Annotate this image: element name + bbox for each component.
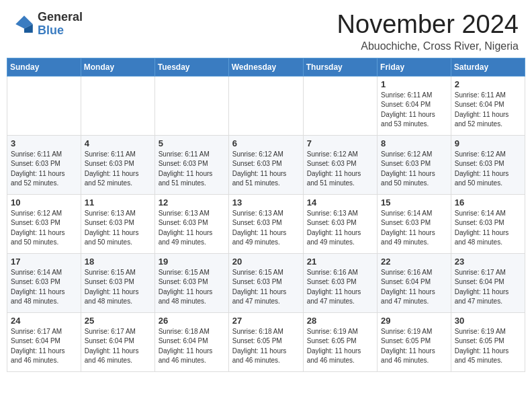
weekday-header: Wednesday <box>228 58 303 76</box>
day-number: 14 <box>307 197 373 208</box>
day-info: Sunrise: 6:13 AM Sunset: 6:03 PM Dayligh… <box>159 209 225 248</box>
weekday-header: Friday <box>378 58 451 76</box>
day-number: 18 <box>85 257 151 267</box>
calendar-cell: 20Sunrise: 6:15 AM Sunset: 6:03 PM Dayli… <box>228 253 303 312</box>
logo: General Blue <box>13 11 83 38</box>
day-info: Sunrise: 6:14 AM Sunset: 6:03 PM Dayligh… <box>11 268 77 307</box>
calendar-cell: 15Sunrise: 6:14 AM Sunset: 6:03 PM Dayli… <box>378 194 451 253</box>
calendar-cell: 18Sunrise: 6:15 AM Sunset: 6:03 PM Dayli… <box>81 253 154 312</box>
day-info: Sunrise: 6:15 AM Sunset: 6:03 PM Dayligh… <box>159 268 225 307</box>
calendar-cell: 8Sunrise: 6:12 AM Sunset: 6:03 PM Daylig… <box>378 135 451 194</box>
logo-icon <box>13 13 35 35</box>
calendar-cell: 3Sunrise: 6:11 AM Sunset: 6:03 PM Daylig… <box>7 135 81 194</box>
day-info: Sunrise: 6:12 AM Sunset: 6:03 PM Dayligh… <box>11 209 77 248</box>
calendar-cell: 11Sunrise: 6:13 AM Sunset: 6:03 PM Dayli… <box>81 194 154 253</box>
day-info: Sunrise: 6:16 AM Sunset: 6:03 PM Dayligh… <box>307 268 373 307</box>
calendar-cell: 14Sunrise: 6:13 AM Sunset: 6:03 PM Dayli… <box>303 194 377 253</box>
calendar-cell: 4Sunrise: 6:11 AM Sunset: 6:03 PM Daylig… <box>81 135 154 194</box>
page-header: General Blue November 2024 Abuochiche, C… <box>0 0 532 58</box>
day-info: Sunrise: 6:15 AM Sunset: 6:03 PM Dayligh… <box>232 268 300 307</box>
day-info: Sunrise: 6:14 AM Sunset: 6:03 PM Dayligh… <box>455 209 521 248</box>
calendar-cell: 28Sunrise: 6:19 AM Sunset: 6:05 PM Dayli… <box>303 312 377 371</box>
weekday-header: Saturday <box>451 58 525 76</box>
day-info: Sunrise: 6:12 AM Sunset: 6:03 PM Dayligh… <box>232 150 300 189</box>
day-info: Sunrise: 6:17 AM Sunset: 6:04 PM Dayligh… <box>85 327 151 366</box>
calendar-header: SundayMondayTuesdayWednesdayThursdayFrid… <box>7 58 525 76</box>
day-info: Sunrise: 6:19 AM Sunset: 6:05 PM Dayligh… <box>307 327 373 366</box>
day-number: 5 <box>159 138 225 148</box>
day-number: 28 <box>307 316 373 326</box>
day-number: 13 <box>232 197 300 208</box>
day-info: Sunrise: 6:11 AM Sunset: 6:04 PM Dayligh… <box>381 91 447 130</box>
day-number: 17 <box>11 257 77 267</box>
day-info: Sunrise: 6:19 AM Sunset: 6:05 PM Dayligh… <box>455 327 521 366</box>
calendar-cell: 25Sunrise: 6:17 AM Sunset: 6:04 PM Dayli… <box>81 312 154 371</box>
calendar-week-row: 3Sunrise: 6:11 AM Sunset: 6:03 PM Daylig… <box>7 135 525 194</box>
calendar-cell: 27Sunrise: 6:18 AM Sunset: 6:05 PM Dayli… <box>228 312 303 371</box>
day-number: 25 <box>85 316 151 326</box>
day-info: Sunrise: 6:12 AM Sunset: 6:03 PM Dayligh… <box>381 150 447 189</box>
title-block: November 2024 Abuochiche, Cross River, N… <box>337 11 519 52</box>
day-number: 29 <box>381 316 447 326</box>
day-number: 9 <box>455 138 521 148</box>
weekday-header: Thursday <box>303 58 377 76</box>
day-number: 12 <box>159 197 225 208</box>
day-info: Sunrise: 6:11 AM Sunset: 6:04 PM Dayligh… <box>455 91 521 130</box>
calendar-week-row: 17Sunrise: 6:14 AM Sunset: 6:03 PM Dayli… <box>7 253 525 312</box>
day-number: 26 <box>159 316 225 326</box>
calendar-cell: 26Sunrise: 6:18 AM Sunset: 6:04 PM Dayli… <box>154 312 228 371</box>
day-number: 20 <box>232 257 300 267</box>
calendar-cell: 19Sunrise: 6:15 AM Sunset: 6:03 PM Dayli… <box>154 253 228 312</box>
calendar-cell: 30Sunrise: 6:19 AM Sunset: 6:05 PM Dayli… <box>451 312 525 371</box>
calendar-cell: 9Sunrise: 6:12 AM Sunset: 6:03 PM Daylig… <box>451 135 525 194</box>
weekday-header: Monday <box>81 58 154 76</box>
day-info: Sunrise: 6:13 AM Sunset: 6:03 PM Dayligh… <box>307 209 373 248</box>
day-number: 11 <box>85 197 151 208</box>
calendar-cell: 6Sunrise: 6:12 AM Sunset: 6:03 PM Daylig… <box>228 135 303 194</box>
calendar-cell: 22Sunrise: 6:16 AM Sunset: 6:04 PM Dayli… <box>378 253 451 312</box>
day-number: 3 <box>11 138 77 148</box>
day-number: 4 <box>85 138 151 148</box>
day-number: 7 <box>307 138 373 148</box>
calendar-cell: 2Sunrise: 6:11 AM Sunset: 6:04 PM Daylig… <box>451 76 525 135</box>
day-info: Sunrise: 6:17 AM Sunset: 6:04 PM Dayligh… <box>455 268 521 307</box>
calendar-cell: 29Sunrise: 6:19 AM Sunset: 6:05 PM Dayli… <box>378 312 451 371</box>
location-subtitle: Abuochiche, Cross River, Nigeria <box>337 40 519 52</box>
calendar-week-row: 24Sunrise: 6:17 AM Sunset: 6:04 PM Dayli… <box>7 312 525 371</box>
calendar-cell <box>228 76 303 135</box>
day-number: 21 <box>307 257 373 267</box>
calendar-cell: 13Sunrise: 6:13 AM Sunset: 6:03 PM Dayli… <box>228 194 303 253</box>
day-info: Sunrise: 6:12 AM Sunset: 6:03 PM Dayligh… <box>455 150 521 189</box>
calendar-cell: 23Sunrise: 6:17 AM Sunset: 6:04 PM Dayli… <box>451 253 525 312</box>
day-info: Sunrise: 6:18 AM Sunset: 6:04 PM Dayligh… <box>159 327 225 366</box>
calendar-cell: 7Sunrise: 6:12 AM Sunset: 6:03 PM Daylig… <box>303 135 377 194</box>
weekday-header: Tuesday <box>154 58 228 76</box>
calendar-cell: 16Sunrise: 6:14 AM Sunset: 6:03 PM Dayli… <box>451 194 525 253</box>
day-number: 15 <box>381 197 447 208</box>
calendar-cell: 10Sunrise: 6:12 AM Sunset: 6:03 PM Dayli… <box>7 194 81 253</box>
calendar-body: 1Sunrise: 6:11 AM Sunset: 6:04 PM Daylig… <box>7 76 525 371</box>
calendar-cell <box>303 76 377 135</box>
day-number: 27 <box>232 316 300 326</box>
day-number: 19 <box>159 257 225 267</box>
calendar-cell: 24Sunrise: 6:17 AM Sunset: 6:04 PM Dayli… <box>7 312 81 371</box>
calendar-wrap: SundayMondayTuesdayWednesdayThursdayFrid… <box>0 58 532 379</box>
calendar-cell <box>7 76 81 135</box>
calendar-cell: 17Sunrise: 6:14 AM Sunset: 6:03 PM Dayli… <box>7 253 81 312</box>
month-title: November 2024 <box>337 11 519 39</box>
day-info: Sunrise: 6:11 AM Sunset: 6:03 PM Dayligh… <box>159 150 225 189</box>
calendar-cell <box>81 76 154 135</box>
calendar-cell: 1Sunrise: 6:11 AM Sunset: 6:04 PM Daylig… <box>378 76 451 135</box>
day-info: Sunrise: 6:12 AM Sunset: 6:03 PM Dayligh… <box>307 150 373 189</box>
calendar-cell: 5Sunrise: 6:11 AM Sunset: 6:03 PM Daylig… <box>154 135 228 194</box>
weekday-header: Sunday <box>7 58 81 76</box>
day-info: Sunrise: 6:18 AM Sunset: 6:05 PM Dayligh… <box>232 327 300 366</box>
calendar-table: SundayMondayTuesdayWednesdayThursdayFrid… <box>7 58 525 372</box>
day-info: Sunrise: 6:13 AM Sunset: 6:03 PM Dayligh… <box>85 209 151 248</box>
day-info: Sunrise: 6:19 AM Sunset: 6:05 PM Dayligh… <box>381 327 447 366</box>
day-number: 22 <box>381 257 447 267</box>
day-number: 6 <box>232 138 300 148</box>
day-info: Sunrise: 6:11 AM Sunset: 6:03 PM Dayligh… <box>11 150 77 189</box>
day-number: 1 <box>381 79 447 89</box>
calendar-cell <box>154 76 228 135</box>
